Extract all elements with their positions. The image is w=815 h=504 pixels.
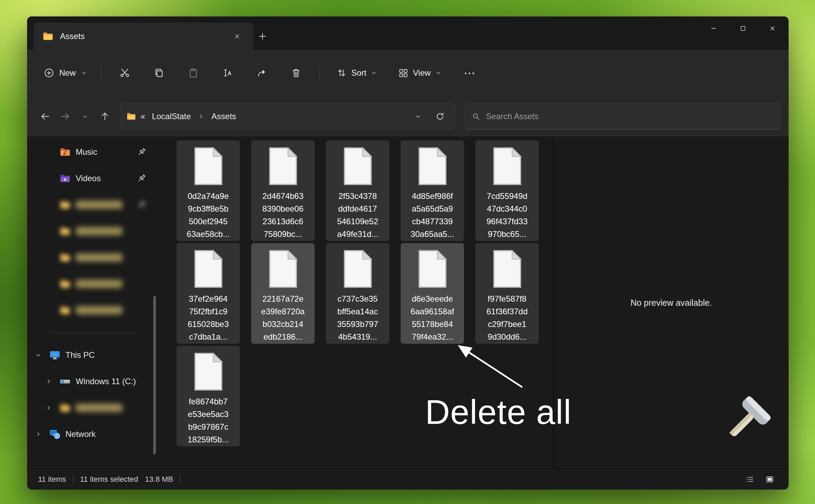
redacted-label	[76, 280, 122, 288]
address-bar[interactable]: « LocalState Assets	[120, 103, 455, 129]
details-view-icon	[745, 475, 754, 484]
forward-button[interactable]	[55, 106, 75, 126]
chevron-down-icon[interactable]	[33, 349, 44, 361]
minimize-button[interactable]	[699, 16, 728, 40]
file-tile[interactable]: fe8674bb7e53ee5ac3b9c97867c18259f5b...	[177, 346, 240, 446]
sort-button[interactable]: Sort	[329, 61, 384, 85]
file-tile[interactable]: 37ef2e96475f2fbf1c9615028be3c7dba1a...	[177, 243, 240, 344]
sidebar-item-music[interactable]: Music	[27, 139, 157, 165]
file-icon	[267, 249, 299, 290]
music-folder-icon	[59, 146, 72, 158]
file-tile[interactable]: 22167a72ee39fe8720ab032cb214edb2186...	[251, 243, 315, 344]
search-box[interactable]	[464, 103, 780, 129]
chevron-spacer	[43, 225, 54, 237]
sidebar-item-redacted[interactable]	[27, 192, 157, 217]
chevron-right-icon	[198, 113, 205, 120]
file-tile[interactable]: 2d4674b638390bee0623613d6c675809bc...	[251, 140, 315, 241]
file-tile[interactable]: f97fe587f861f36f37ddc29f7bee19d30dd6...	[475, 243, 539, 344]
back-button[interactable]	[35, 106, 55, 126]
refresh-button[interactable]	[431, 108, 449, 125]
up-button[interactable]	[95, 106, 115, 126]
file-name: 2d4674b638390bee0623613d6c675809bc...	[262, 190, 303, 240]
file-name: d6e3eeede6aa96158af55178be8479f4ea32...	[411, 292, 454, 343]
tab-assets[interactable]: Assets	[34, 23, 253, 50]
folder-icon	[59, 252, 72, 263]
sidebar-item-redacted[interactable]	[27, 395, 157, 420]
sidebar-scrollbar[interactable]	[153, 296, 156, 454]
up-icon	[100, 111, 110, 122]
new-tab-button[interactable]	[253, 27, 272, 46]
rename-icon	[222, 67, 233, 78]
window-controls	[699, 16, 787, 40]
new-button[interactable]: New	[36, 61, 95, 85]
sidebar-item-redacted[interactable]	[27, 245, 157, 270]
file-name: 0d2a74a9e9cb3ff8e5b500ef294563ae58cb...	[187, 190, 230, 240]
sidebar-item-network[interactable]: Network	[27, 421, 157, 447]
chevron-down-icon	[435, 70, 442, 76]
delete-button[interactable]	[283, 61, 309, 85]
status-separator	[180, 475, 180, 484]
folder-icon	[59, 304, 72, 316]
sidebar-item-windows-11-c[interactable]: Windows 11 (C:)	[27, 369, 157, 394]
file-tile[interactable]: 2f53c4378ddfde4617546109e52a49fe31d...	[326, 140, 389, 241]
file-icon	[193, 249, 224, 290]
status-bar: 11 items 11 items selected 13.8 MB	[27, 469, 789, 490]
copy-icon	[154, 67, 165, 78]
details-view-button[interactable]	[742, 472, 758, 487]
redacted-label	[76, 201, 122, 209]
file-explorer-window: Assets	[27, 16, 789, 490]
view-button[interactable]: View	[391, 61, 449, 85]
breadcrumb-collapsed-marker[interactable]: «	[141, 112, 145, 121]
selection-size: 13.8 MB	[145, 475, 173, 484]
selection-count: 11 items selected	[80, 475, 138, 484]
sidebar-item-label: Network	[65, 429, 96, 439]
maximize-button[interactable]	[728, 16, 758, 40]
chevron-down-icon	[82, 113, 88, 119]
address-dropdown-button[interactable]	[409, 108, 427, 125]
cut-button[interactable]	[112, 61, 138, 85]
paste-button[interactable]	[180, 61, 206, 85]
sidebar-item-label: This PC	[65, 350, 95, 360]
chevron-right-icon[interactable]	[33, 428, 44, 440]
sidebar-item-label: Windows 11 (C:)	[76, 377, 136, 386]
breadcrumb-assets[interactable]: Assets	[209, 110, 239, 123]
thumbnail-view-button[interactable]	[762, 472, 778, 487]
file-name: 37ef2e96475f2fbf1c9615028be3c7dba1a...	[187, 292, 229, 343]
sidebar-item-videos[interactable]: Videos	[27, 166, 157, 191]
breadcrumb-localstate[interactable]: LocalState	[149, 110, 193, 123]
chevron-down-icon	[370, 70, 377, 76]
command-toolbar: New Sort	[27, 50, 789, 96]
file-name: 2f53c4378ddfde4617546109e52a49fe31d...	[337, 190, 378, 240]
recent-locations-button[interactable]	[75, 106, 95, 126]
more-options-button[interactable]: ⋯	[458, 61, 482, 85]
navigation-pane: MusicVideosThis PCWindows 11 (C:)Network	[27, 137, 161, 469]
sidebar-item-redacted[interactable]	[27, 218, 157, 244]
sidebar-item-redacted[interactable]	[27, 298, 157, 323]
copy-button[interactable]	[146, 61, 172, 85]
sidebar-item-this-pc[interactable]: This PC	[27, 342, 157, 368]
sidebar-item-redacted[interactable]	[27, 271, 157, 297]
rename-button[interactable]	[215, 61, 241, 85]
file-icon	[342, 249, 374, 290]
chevron-right-icon[interactable]	[43, 402, 54, 414]
chevron-right-icon[interactable]	[43, 376, 54, 387]
file-tile[interactable]: 4d85ef986fa5a65d5a9cb487733930a65aa5...	[401, 140, 464, 241]
share-button[interactable]	[249, 61, 275, 85]
tab-close-icon[interactable]	[229, 28, 245, 44]
sidebar-item-label: Music	[76, 147, 97, 157]
close-button[interactable]	[758, 16, 787, 40]
redacted-label	[76, 306, 122, 314]
file-tile[interactable]: c737c3e35bff5ea14ac35593b7974b54319...	[326, 243, 389, 344]
chevron-down-icon	[81, 70, 87, 76]
chevron-spacer	[43, 278, 54, 290]
toolbar-separator	[319, 65, 320, 81]
toolbar-separator	[101, 65, 101, 81]
file-tile[interactable]: 0d2a74a9e9cb3ff8e5b500ef294563ae58cb...	[177, 140, 240, 241]
pin-icon	[136, 199, 147, 210]
file-tile[interactable]: d6e3eeede6aa96158af55178be8479f4ea32...	[401, 243, 464, 344]
file-tile[interactable]: 7cd55949d47dc344c096f437fd33970bc65...	[475, 140, 539, 241]
share-icon	[256, 67, 267, 78]
back-icon	[40, 111, 50, 122]
search-input[interactable]	[486, 112, 773, 121]
explorer-content: MusicVideosThis PCWindows 11 (C:)Network…	[27, 137, 789, 469]
